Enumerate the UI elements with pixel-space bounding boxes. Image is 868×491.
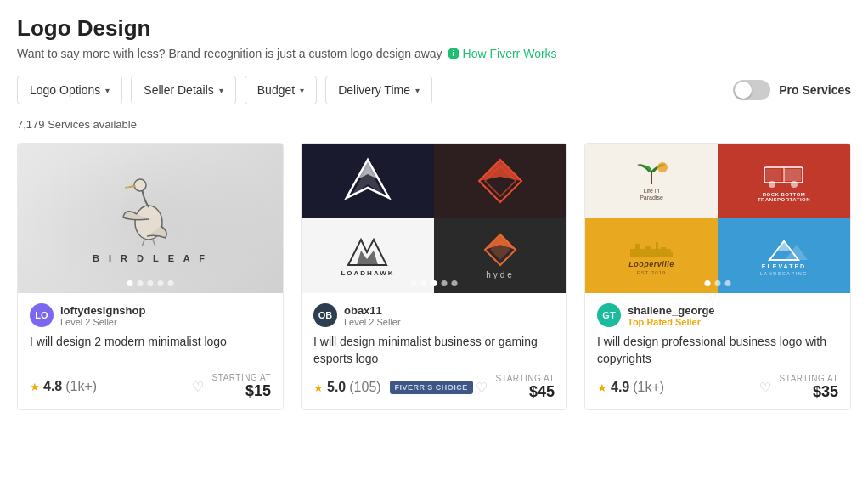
toggle-knob — [735, 82, 752, 99]
chevron-down-icon: ▾ — [300, 86, 304, 95]
card-body-1: LO loftydesignshop Level 2 Seller I will… — [18, 293, 283, 409]
card-title-1: I will design 2 modern minimalist logo — [30, 334, 271, 366]
logo-options-filter[interactable]: Logo Options ▾ — [17, 76, 122, 104]
avatar-1: LO — [30, 303, 54, 327]
card-title-3: I will design professional business logo… — [597, 334, 838, 367]
card-image-2: LOADHAWK hyde — [302, 144, 566, 293]
services-count: 7,179 Services available — [17, 118, 851, 131]
card-body-2: OB obax11 Level 2 Seller I will design m… — [302, 293, 566, 409]
card-footer-1: ★ 4.8 (1k+) ♡ STARTING AT $15 — [30, 373, 271, 400]
city-skyline — [628, 237, 675, 258]
diamond-logo — [475, 155, 526, 206]
seller-row-2: OB obax11 Level 2 Seller — [313, 303, 555, 327]
budget-filter[interactable]: Budget ▾ — [245, 76, 317, 104]
dot-4 — [158, 280, 164, 286]
svg-line-3 — [152, 238, 155, 246]
svg-rect-19 — [764, 169, 781, 181]
rating-value-3: 4.9 — [611, 380, 629, 395]
image-dots-3 — [705, 280, 731, 286]
seller-info-3: shailene_george Top Rated Seller — [628, 304, 715, 327]
service-card-3[interactable]: Life inParadise — [584, 143, 851, 410]
seller-level-3: Top Rated Seller — [628, 317, 715, 327]
svg-point-20 — [769, 181, 775, 188]
pro-services-label: Pro Services — [779, 83, 851, 97]
mountains-logo — [761, 236, 808, 262]
seller-details-label: Seller Details — [144, 83, 213, 97]
starting-at-label-3: STARTING AT — [780, 374, 838, 383]
logo-quad-3-3: Looperville EST 2019 — [585, 218, 718, 293]
chevron-down-icon: ▾ — [105, 86, 110, 95]
svg-marker-9 — [479, 160, 521, 181]
pro-services-toggle[interactable] — [733, 80, 770, 100]
price-3: $35 — [813, 383, 838, 401]
loadhawk-logo — [344, 235, 391, 269]
arrow-logo — [342, 155, 393, 206]
avatar-3: GT — [597, 303, 621, 327]
price-area-3: STARTING AT $35 — [780, 374, 838, 401]
logo-quad-3-2: ROCK BOTTOMTRANSPORTATION — [718, 144, 850, 218]
service-card-2[interactable]: LOADHAWK hyde — [301, 143, 567, 410]
how-fiverr-works-link[interactable]: i How Fiverr Works — [448, 47, 557, 60]
how-fiverr-works-label: How Fiverr Works — [463, 47, 557, 60]
star-icon-3: ★ — [597, 381, 607, 394]
delivery-time-filter[interactable]: Delivery Time ▾ — [325, 76, 432, 104]
image-dots — [127, 280, 174, 286]
rating-value-2: 5.0 — [327, 380, 346, 395]
seller-row-1: LO loftydesignshop Level 2 Seller — [30, 303, 271, 327]
rating-value-1: 4.8 — [43, 379, 62, 394]
dot-5 — [168, 280, 174, 286]
image-dots-2 — [411, 280, 458, 286]
dot-1 — [705, 280, 711, 286]
hyde-logo — [483, 233, 517, 267]
favorite-button-3[interactable]: ♡ — [759, 380, 771, 396]
favorite-button-2[interactable]: ♡ — [476, 380, 488, 396]
dot-4 — [442, 280, 448, 286]
dot-3 — [148, 280, 154, 286]
svg-point-21 — [791, 181, 798, 188]
dot-2 — [421, 280, 427, 286]
card-body-3: GT shailene_george Top Rated Seller I wi… — [585, 293, 850, 409]
starting-at-label-2: STARTING AT — [496, 374, 555, 383]
rating-row-3: ★ 4.9 (1k+) — [597, 380, 664, 395]
seller-level-1: Level 2 Seller — [60, 317, 145, 327]
rating-row-1: ★ 4.8 (1k+) — [30, 379, 97, 394]
dot-2 — [715, 280, 721, 286]
rating-count-1: (1k+) — [65, 379, 97, 394]
svg-point-1 — [134, 179, 146, 191]
svg-rect-18 — [784, 169, 801, 181]
seller-level-2: Level 2 Seller — [344, 317, 401, 327]
favorite-button-1[interactable]: ♡ — [192, 379, 204, 395]
rating-count-2: (105) — [349, 380, 380, 395]
logo-quad-3-1: Life inParadise — [585, 144, 718, 218]
price-2: $45 — [529, 383, 555, 401]
seller-info-2: obax11 Level 2 Seller — [344, 304, 401, 327]
subtitle-text: Want to say more with less? Brand recogn… — [17, 47, 442, 60]
filters-bar: Logo Options ▾ Seller Details ▾ Budget ▾… — [17, 76, 851, 104]
service-card-1[interactable]: B I R D L E A F LO loftydesignshop Leve — [17, 143, 284, 410]
price-1: $15 — [245, 382, 271, 400]
svg-line-2 — [142, 238, 145, 246]
pro-services-area: Pro Services — [733, 80, 851, 100]
seller-name-2: obax11 — [344, 304, 401, 317]
logo-quad-2 — [434, 144, 566, 218]
dot-1 — [127, 280, 133, 286]
logo-quad-3-4: ELEVATED LANDSCAPING — [718, 218, 850, 293]
star-icon: ★ — [30, 381, 40, 393]
card-title-2: I will design minimalist business or gam… — [313, 334, 555, 367]
chevron-down-icon: ▾ — [415, 86, 420, 95]
rating-count-3: (1k+) — [633, 380, 664, 395]
page-title: Logo Design — [17, 15, 851, 42]
bird-illustration — [116, 173, 184, 250]
truck-logo — [760, 161, 807, 190]
seller-name-1: loftydesignshop — [60, 304, 145, 317]
seller-row-3: GT shailene_george Top Rated Seller — [597, 303, 838, 327]
seller-name-3: shailene_george — [628, 304, 715, 317]
price-area-2: STARTING AT $45 — [496, 374, 555, 401]
seller-details-filter[interactable]: Seller Details ▾ — [131, 76, 235, 104]
dot-1 — [411, 280, 417, 286]
card-image-3: Life inParadise — [585, 144, 850, 293]
starting-at-label-1: STARTING AT — [212, 373, 271, 382]
budget-label: Budget — [257, 83, 295, 97]
dot-2 — [138, 280, 144, 286]
card-image-1: B I R D L E A F — [18, 144, 283, 293]
